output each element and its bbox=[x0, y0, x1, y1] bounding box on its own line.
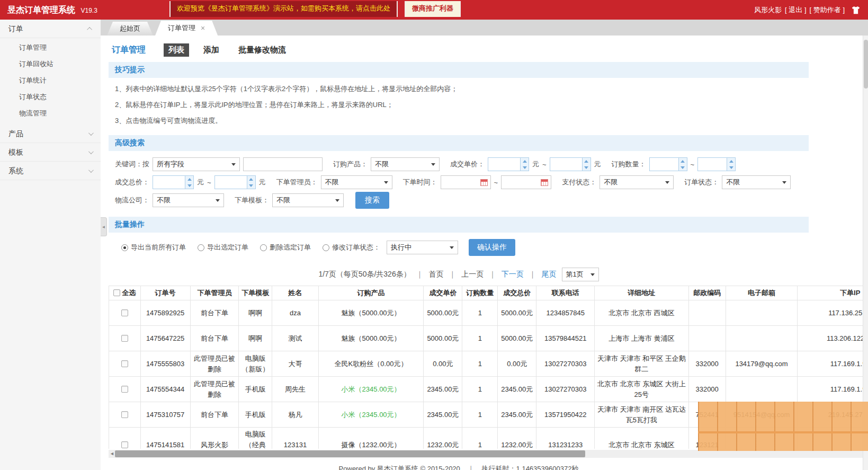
last-page-link[interactable]: 尾页 bbox=[542, 270, 557, 279]
time-to-input[interactable] bbox=[501, 175, 551, 189]
row-checkbox[interactable] bbox=[121, 441, 128, 448]
search-button[interactable]: 搜索 bbox=[355, 192, 389, 209]
tshirt-icon[interactable] bbox=[851, 5, 861, 15]
chevron-down-icon bbox=[665, 181, 669, 184]
sponsor-link[interactable]: [ 赞助作者 ] bbox=[810, 0, 845, 20]
total-price-max-input[interactable] bbox=[214, 175, 256, 189]
time-from-input[interactable] bbox=[441, 175, 491, 189]
sidebar-section-products[interactable]: 产品 bbox=[0, 125, 101, 143]
logistics-select[interactable]: 不限 bbox=[153, 193, 224, 207]
spinner-arrows[interactable] bbox=[520, 158, 529, 171]
vertical-scrollbar-thumb[interactable] bbox=[864, 40, 868, 88]
subtab-add[interactable]: 添加 bbox=[199, 43, 224, 57]
tab-start-page[interactable]: 起始页 bbox=[107, 22, 153, 36]
promo-link[interactable]: 微商推广利器 bbox=[405, 1, 461, 17]
sidebar-collapse-handle[interactable]: ◄ bbox=[101, 217, 107, 236]
confirm-button[interactable]: 确认操作 bbox=[469, 239, 515, 256]
spinner-arrows[interactable] bbox=[678, 158, 687, 171]
cell-address: 北京市 北京市 东城区 大街上25号 bbox=[595, 377, 689, 402]
pagination-summary: 1/7页（每页50条/共326条） bbox=[318, 270, 410, 279]
qty-max-input[interactable] bbox=[697, 157, 736, 171]
cell-order-no: 1475555803 bbox=[140, 351, 190, 377]
sidebar-section-templates[interactable]: 模板 bbox=[0, 143, 101, 162]
template-select[interactable]: 不限 bbox=[272, 193, 344, 207]
welcome-notice-link[interactable]: 欢迎预览《昱杰订单管理系统》演示站，如需购买本系统，请点击此处 bbox=[169, 1, 398, 17]
tip-line-1: 1、列表中的详细地址默认显示25个字符（1个汉字表示2个字符），鼠标悬停在地址上… bbox=[115, 81, 809, 97]
first-page-link[interactable]: 首页 bbox=[428, 270, 443, 279]
keyword-field-select[interactable]: 所有字段 bbox=[153, 157, 240, 171]
row-checkbox[interactable] bbox=[121, 360, 128, 367]
cell-order-no: 1475141581 bbox=[140, 428, 190, 449]
col-total: 成交总价 bbox=[498, 286, 536, 300]
row-checkbox[interactable] bbox=[121, 309, 128, 316]
batch-status-select[interactable]: 执行中 bbox=[387, 241, 458, 254]
order-status-select[interactable]: 不限 bbox=[722, 175, 791, 189]
spinner-arrows[interactable] bbox=[185, 176, 193, 189]
radio-export-all[interactable]: 导出当前所有订单 bbox=[121, 243, 186, 252]
cell-ip: 117.169.1.99 bbox=[798, 377, 868, 402]
row-checkbox[interactable] bbox=[121, 335, 128, 342]
top-header: 昱杰订单管理系统 V19.3 欢迎预览《昱杰订单管理系统》演示站，如需购买本系统… bbox=[0, 0, 868, 20]
cell-address: 北京市 北京市 东城区 bbox=[595, 428, 689, 449]
radio-icon bbox=[323, 244, 329, 251]
footer-exec-time: 执行耗时：1.1463539600372秒 bbox=[482, 465, 579, 470]
sidebar: 订单 订单管理 订单回收站 订单统计 订单状态 物流管理 产品 模板 系统 bbox=[0, 20, 101, 470]
row-checkbox[interactable] bbox=[121, 411, 128, 418]
row-checkbox-cell bbox=[109, 428, 141, 449]
prev-page-link[interactable]: 上一页 bbox=[461, 270, 484, 279]
tilde: ~ bbox=[207, 179, 211, 187]
row-checkbox[interactable] bbox=[121, 386, 128, 393]
col-product: 订购产品 bbox=[318, 286, 423, 300]
cell-address: 天津市 天津市 南开区 达瓦达瓦5瓦打我 bbox=[595, 402, 689, 428]
product-label: 订购产品： bbox=[333, 159, 368, 169]
unit-price-min-input[interactable] bbox=[488, 157, 529, 171]
cell-email bbox=[726, 300, 798, 326]
cell-address: 天津市 天津市 和平区 王企鹅群二 bbox=[595, 351, 689, 377]
cell-product: 魅族（5000.00元） bbox=[318, 326, 423, 351]
sidebar-item-order-stats[interactable]: 订单统计 bbox=[0, 72, 101, 88]
cell-phone: 1234857845 bbox=[536, 300, 595, 326]
tip-line-3: 3、点击物流编号可查询物流进度。 bbox=[115, 113, 809, 129]
cell-total: 5000.00元 bbox=[498, 326, 536, 351]
chevron-up-icon bbox=[87, 26, 92, 32]
subtab-list[interactable]: 列表 bbox=[164, 43, 189, 57]
table-row: 1475892925 前台下单 啊啊 dza 魅族（5000.00元） 5000… bbox=[109, 300, 868, 326]
total-price-min-input[interactable] bbox=[153, 175, 194, 189]
sidebar-section-system[interactable]: 系统 bbox=[0, 162, 101, 180]
sidebar-section-orders[interactable]: 订单 bbox=[0, 20, 101, 38]
cell-admin: 前台下单 bbox=[190, 402, 239, 428]
sidebar-item-logistics-management[interactable]: 物流管理 bbox=[0, 105, 101, 121]
radio-delete-selected[interactable]: 删除选定订单 bbox=[260, 243, 311, 252]
spinner-arrows[interactable] bbox=[247, 176, 255, 189]
unit-price-max-input[interactable] bbox=[550, 157, 591, 171]
spinner-arrows[interactable] bbox=[727, 158, 735, 171]
logout-link[interactable]: [ 退出 ] bbox=[785, 0, 806, 20]
sidebar-item-order-recycle[interactable]: 订单回收站 bbox=[0, 56, 101, 72]
logistics-label: 物流公司： bbox=[115, 196, 149, 205]
page-select[interactable]: 第1页 bbox=[562, 268, 599, 281]
cell-qty: 1 bbox=[462, 377, 498, 402]
spinner-arrows[interactable] bbox=[582, 158, 590, 171]
pay-status-select[interactable]: 不限 bbox=[599, 175, 674, 189]
radio-export-selected[interactable]: 导出选定订单 bbox=[198, 243, 248, 252]
qty-min-input[interactable] bbox=[649, 157, 687, 171]
horizontal-scrollbar[interactable]: ◄ bbox=[109, 450, 868, 458]
product-select[interactable]: 不限 bbox=[371, 157, 440, 171]
scroll-left-arrow-icon[interactable]: ◄ bbox=[110, 450, 114, 457]
select-all-checkbox[interactable] bbox=[113, 289, 120, 296]
radio-label: 修改订单状态： bbox=[332, 243, 380, 252]
sidebar-item-order-management[interactable]: 订单管理 bbox=[0, 39, 101, 56]
keyword-input[interactable] bbox=[243, 157, 323, 171]
sidebar-item-order-status[interactable]: 订单状态 bbox=[0, 88, 101, 105]
tab-order-management[interactable]: 订单管理 × bbox=[155, 21, 218, 36]
close-icon[interactable]: × bbox=[201, 24, 205, 32]
radio-modify-status[interactable]: 修改订单状态： bbox=[323, 243, 380, 252]
col-zip: 邮政编码 bbox=[688, 286, 726, 300]
admin-select[interactable]: 不限 bbox=[321, 175, 392, 189]
horizontal-scrollbar-thumb[interactable] bbox=[115, 450, 585, 457]
chevron-down-icon bbox=[782, 181, 786, 184]
next-page-link[interactable]: 下一页 bbox=[502, 270, 524, 279]
subtab-batch-logistics[interactable]: 批量修改物流 bbox=[234, 43, 291, 57]
cell-total: 1232.00元 bbox=[498, 428, 536, 449]
cell-ip: 117.169.1.99 bbox=[798, 351, 868, 377]
